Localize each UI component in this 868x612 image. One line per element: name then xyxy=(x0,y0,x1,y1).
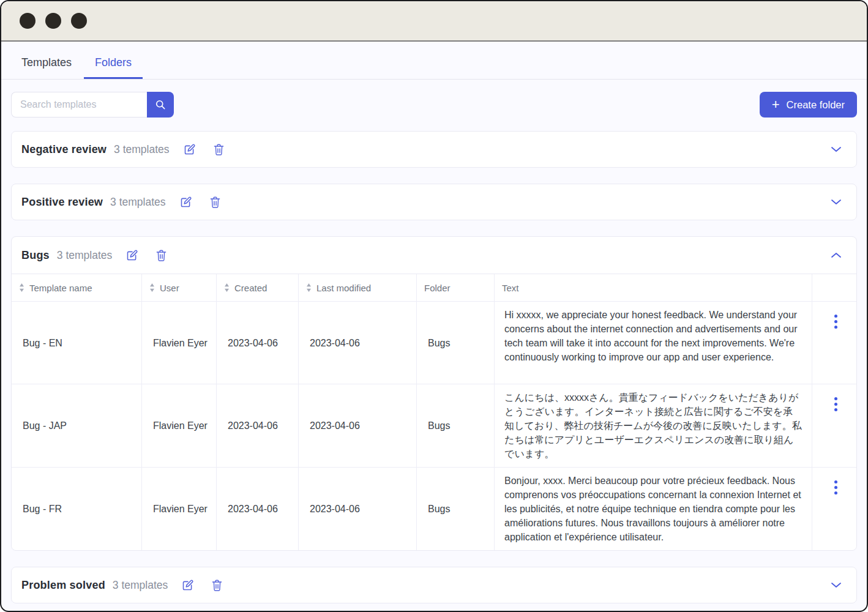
kebab-icon xyxy=(834,315,837,318)
expand-folder-button[interactable] xyxy=(829,197,843,207)
cell-folder: Bugs xyxy=(417,302,495,384)
cell-template-name: Bug - JAP xyxy=(12,384,142,467)
cell-last-modified: 2023-04-06 xyxy=(299,302,417,384)
collapse-folder-button[interactable] xyxy=(829,250,843,260)
sort-icon[interactable] xyxy=(149,283,155,292)
edit-folder-button[interactable] xyxy=(124,248,140,263)
cell-created: 2023-04-06 xyxy=(217,468,299,550)
edit-icon xyxy=(179,196,192,209)
sort-icon[interactable] xyxy=(306,283,312,292)
row-menu-button[interactable] xyxy=(832,478,840,497)
column-header-label: User xyxy=(160,283,179,293)
column-header-label: Last modified xyxy=(316,283,371,293)
column-header-last-modified[interactable]: Last modified xyxy=(299,274,417,301)
column-header-folder: Folder xyxy=(417,274,495,301)
edit-folder-button[interactable] xyxy=(178,195,193,210)
search-group xyxy=(11,92,174,118)
cell-folder: Bugs xyxy=(417,468,495,550)
trash-icon xyxy=(209,196,221,209)
folder-header: Bugs 3 templates xyxy=(12,237,856,274)
delete-folder-button[interactable] xyxy=(210,578,224,593)
tab-folders[interactable]: Folders xyxy=(84,56,143,79)
search-input[interactable] xyxy=(11,92,147,118)
edit-icon xyxy=(125,249,138,262)
column-header-label: Template name xyxy=(29,283,92,293)
cell-actions xyxy=(812,302,856,384)
folder-header: Negative review 3 templates xyxy=(12,132,856,167)
cell-actions xyxy=(812,384,856,467)
kebab-icon xyxy=(834,480,837,483)
table-row-bug-en: Bug - EN Flavien Eyer 2023-04-06 2023-04… xyxy=(12,301,856,384)
table-row-bug-jap: Bug - JAP Flavien Eyer 2023-04-06 2023-0… xyxy=(12,384,856,467)
cell-folder: Bugs xyxy=(417,384,495,467)
window-control-dot-1[interactable] xyxy=(20,13,36,29)
delete-folder-button[interactable] xyxy=(154,248,168,263)
folder-card-positive-review: Positive review 3 templates xyxy=(11,184,857,220)
column-header-label: Created xyxy=(234,283,267,293)
cell-actions xyxy=(812,468,856,550)
folder-card-bugs: Bugs 3 templates xyxy=(11,236,857,551)
search-icon xyxy=(154,99,166,111)
trash-icon xyxy=(213,143,225,156)
column-header-label: Folder xyxy=(424,283,451,293)
cell-text: Hi xxxxx, we appreciate your honest feed… xyxy=(495,302,812,384)
kebab-icon xyxy=(834,397,837,400)
column-header-label: Text xyxy=(502,283,519,293)
folder-name: Positive review xyxy=(21,196,103,209)
delete-folder-button[interactable] xyxy=(212,142,226,157)
app-window: Templates Folders + Create folder Negati… xyxy=(0,0,868,612)
cell-text: Bonjour, xxxx. Merci beaucoup pour votre… xyxy=(495,468,812,550)
edit-folder-button[interactable] xyxy=(180,578,195,593)
search-button[interactable] xyxy=(147,92,174,118)
cell-user: Flavien Eyer xyxy=(142,468,217,550)
chevron-up-icon xyxy=(831,252,842,259)
edit-folder-button[interactable] xyxy=(182,142,197,157)
plus-icon: + xyxy=(772,98,780,111)
window-titlebar xyxy=(1,1,867,42)
cell-created: 2023-04-06 xyxy=(217,384,299,467)
column-header-text: Text xyxy=(495,274,812,301)
table-row-bug-fr: Bug - FR Flavien Eyer 2023-04-06 2023-04… xyxy=(12,467,856,550)
cell-last-modified: 2023-04-06 xyxy=(299,468,417,550)
trash-icon xyxy=(155,249,167,262)
create-folder-button[interactable]: + Create folder xyxy=(760,92,857,118)
table-header-row: Template name User Created xyxy=(12,274,856,301)
toolbar: + Create folder xyxy=(11,92,857,118)
chevron-down-icon xyxy=(831,581,842,589)
folder-header: Positive review 3 templates xyxy=(12,184,856,220)
column-header-user[interactable]: User xyxy=(142,274,217,301)
column-header-created[interactable]: Created xyxy=(217,274,299,301)
cell-template-name: Bug - EN xyxy=(12,302,142,384)
expand-folder-button[interactable] xyxy=(829,144,843,154)
cell-template-name: Bug - FR xyxy=(12,468,142,550)
expand-folder-button[interactable] xyxy=(829,580,843,590)
tab-templates[interactable]: Templates xyxy=(21,56,72,79)
create-folder-label: Create folder xyxy=(787,99,845,111)
delete-folder-button[interactable] xyxy=(208,195,222,210)
column-header-template-name[interactable]: Template name xyxy=(12,274,142,301)
folder-template-count: 3 templates xyxy=(114,143,169,156)
folder-header: Problem solved 3 templates xyxy=(12,567,856,603)
cell-last-modified: 2023-04-06 xyxy=(299,384,417,467)
templates-table: Template name User Created xyxy=(12,274,856,550)
folder-card-problem-solved: Problem solved 3 templates xyxy=(11,567,857,603)
cell-user: Flavien Eyer xyxy=(142,302,217,384)
cell-user: Flavien Eyer xyxy=(142,384,217,467)
row-menu-button[interactable] xyxy=(832,312,840,331)
column-header-actions xyxy=(812,274,856,301)
folder-name: Bugs xyxy=(21,249,50,262)
folder-template-count: 3 templates xyxy=(57,249,112,262)
sort-icon[interactable] xyxy=(19,283,24,292)
trash-icon xyxy=(211,579,223,592)
chevron-down-icon xyxy=(831,146,842,153)
sort-icon[interactable] xyxy=(224,283,230,292)
window-control-dot-3[interactable] xyxy=(71,13,87,29)
edit-icon xyxy=(181,579,194,592)
window-control-dot-2[interactable] xyxy=(45,13,61,29)
folder-template-count: 3 templates xyxy=(110,196,165,209)
edit-icon xyxy=(183,143,196,156)
row-menu-button[interactable] xyxy=(832,395,840,414)
folder-name: Problem solved xyxy=(21,579,105,592)
folder-name: Negative review xyxy=(21,143,107,156)
folder-template-count: 3 templates xyxy=(113,579,168,592)
